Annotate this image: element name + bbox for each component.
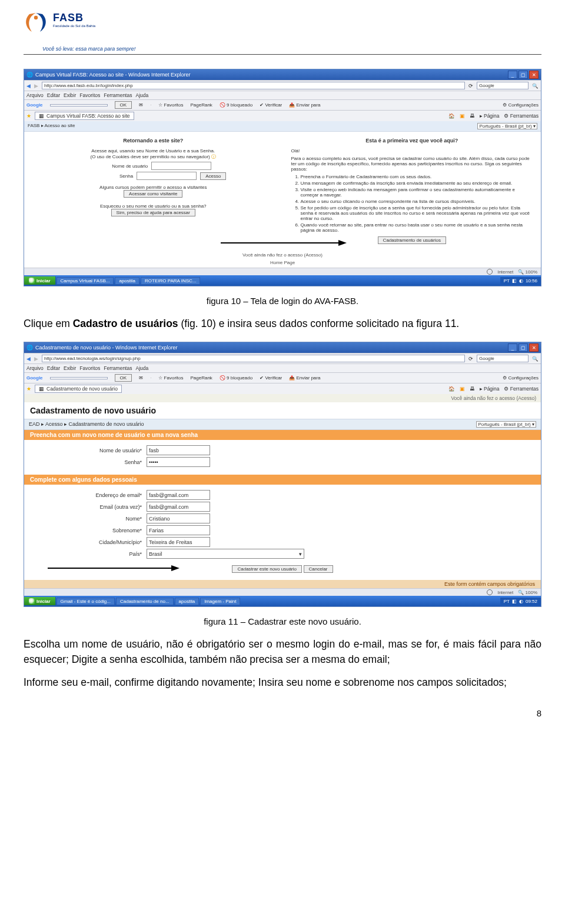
menu-exibir[interactable]: Exibir: [64, 365, 76, 371]
breadcrumb[interactable]: FASB ▸ Acesso ao site: [28, 123, 75, 129]
tools-menu[interactable]: ⚙ Ferramentas: [504, 386, 539, 392]
menu-editar[interactable]: Editar: [47, 365, 60, 371]
user-input[interactable]: fasb: [147, 445, 210, 455]
forward-icon[interactable]: ▶: [34, 83, 38, 89]
toolbar-settings[interactable]: ⚙ Configurações: [503, 102, 539, 108]
search-box[interactable]: Google: [477, 82, 529, 89]
zoom-label[interactable]: 🔍 100%: [518, 590, 537, 595]
gmail-icon[interactable]: ✉: [139, 375, 143, 381]
back-icon[interactable]: ◀: [26, 83, 31, 89]
toolbar-blocked[interactable]: 🚫 9 bloqueado: [220, 375, 252, 381]
back-icon[interactable]: ◀: [26, 356, 31, 362]
start-button[interactable]: Iniciar: [24, 276, 56, 285]
forgot-help-button[interactable]: Sim, preciso de ajuda para acessar: [111, 209, 195, 216]
password-input[interactable]: [137, 172, 197, 180]
toolbar-pagerank[interactable]: PageRank: [191, 102, 212, 108]
menu-ferramentas[interactable]: Ferramentas: [104, 365, 132, 371]
email-input[interactable]: fasb@gmail.com: [147, 490, 210, 500]
toolbar-verify[interactable]: ✔ Verificar: [260, 102, 282, 108]
taskbar-item[interactable]: apostila: [175, 598, 200, 605]
browser-tab[interactable]: ▦Campus Virtual FASB: Acesso ao site: [35, 112, 134, 120]
surname-input[interactable]: Farias: [147, 525, 210, 535]
feed-icon[interactable]: ▣: [460, 386, 465, 392]
print-icon[interactable]: 🖶: [470, 386, 475, 392]
menu-favoritos[interactable]: Favoritos: [79, 365, 100, 371]
minimize-icon[interactable]: _: [508, 343, 517, 352]
toolbar-send[interactable]: 📤 Enviar para: [289, 375, 320, 381]
system-tray[interactable]: PT ◧ ◐ 10:56: [500, 277, 541, 285]
close-icon[interactable]: ✕: [529, 343, 539, 352]
pass-input[interactable]: •••••: [147, 457, 210, 467]
menu-favoritos[interactable]: Favoritos: [79, 92, 100, 98]
guest-access-button[interactable]: Acessar como visitante: [124, 190, 182, 198]
refresh-icon[interactable]: ⟳: [468, 83, 473, 89]
google-ok-button[interactable]: OK: [115, 374, 132, 382]
google-search-input[interactable]: [50, 104, 108, 106]
google-ok-button[interactable]: OK: [115, 101, 132, 109]
taskbar-item[interactable]: Campus Virtual FASB...: [56, 277, 114, 285]
page-number: 8: [24, 708, 541, 718]
maximize-icon[interactable]: ▢: [519, 71, 528, 79]
toolbar-favoritos[interactable]: ☆ Favoritos: [158, 375, 183, 381]
forward-icon[interactable]: ▶: [34, 356, 38, 362]
home-link[interactable]: Home Page: [270, 260, 295, 265]
page-menu[interactable]: ▸ Página: [480, 113, 500, 119]
search-box[interactable]: Google: [477, 355, 529, 362]
taskbar-item[interactable]: Gmail - Este é o códig...: [56, 598, 115, 605]
zoom-label[interactable]: 🔍 100%: [518, 269, 537, 275]
toolbar-verify[interactable]: ✔ Verificar: [260, 375, 282, 381]
menu-ajuda[interactable]: Ajuda: [135, 92, 148, 98]
menu-editar[interactable]: Editar: [47, 92, 60, 98]
cancel-button[interactable]: Cancelar: [304, 565, 333, 573]
breadcrumb[interactable]: EAD ▸ Acesso ▸ Cadastramento de novo usu…: [29, 421, 144, 428]
refresh-icon[interactable]: ⟳: [468, 356, 473, 362]
address-bar[interactable]: http://www.ead.tecnologia.ws/login/signu…: [42, 355, 465, 362]
system-tray[interactable]: PT ◧ ◐ 09:52: [500, 598, 541, 605]
menu-arquivo[interactable]: Arquivo: [26, 92, 44, 98]
close-icon[interactable]: ✕: [529, 71, 539, 79]
access-button[interactable]: Acesso: [200, 172, 226, 180]
favorites-star-icon[interactable]: ★: [26, 113, 31, 119]
gmail-icon[interactable]: ✉: [139, 102, 143, 108]
start-button[interactable]: Iniciar: [24, 597, 56, 605]
toolbar-favoritos[interactable]: ☆ Favoritos: [158, 102, 183, 108]
menu-exibir[interactable]: Exibir: [64, 92, 76, 98]
print-icon[interactable]: 🖶: [470, 113, 475, 119]
minimize-icon[interactable]: _: [508, 71, 517, 79]
taskbar-item[interactable]: apostila: [115, 277, 139, 285]
home-icon[interactable]: 🏠: [448, 386, 455, 392]
search-go-icon[interactable]: 🔍: [532, 356, 539, 362]
menu-arquivo[interactable]: Arquivo: [26, 365, 44, 371]
language-select[interactable]: Português - Brasil (pt_br) ▾: [477, 123, 537, 129]
name-input[interactable]: Cristiano: [147, 513, 210, 523]
google-search-input[interactable]: [50, 377, 108, 379]
login-intro2: (O uso de Cookies deve ser permitido no …: [32, 154, 274, 160]
maximize-icon[interactable]: ▢: [519, 343, 528, 352]
menu-ferramentas[interactable]: Ferramentas: [104, 92, 132, 98]
feed-icon[interactable]: ▣: [460, 113, 465, 119]
taskbar-item[interactable]: ROTEIRO PARA INSC...: [141, 277, 200, 285]
menu-ajuda[interactable]: Ajuda: [135, 365, 148, 371]
city-input[interactable]: Teixeira de Freitas: [147, 537, 210, 547]
browser-tab[interactable]: ▦Cadastramento de novo usuário: [35, 385, 122, 393]
step-item: Quando você retornar ao site, para entra…: [301, 222, 533, 233]
tools-menu[interactable]: ⚙ Ferramentas: [504, 113, 539, 119]
email2-input[interactable]: fasb@gmail.com: [147, 502, 210, 512]
country-select[interactable]: Brasil▾: [147, 549, 304, 559]
help-icon[interactable]: ⓘ: [211, 154, 216, 159]
taskbar-item[interactable]: Cadastramento de no...: [116, 598, 174, 605]
toolbar-settings[interactable]: ⚙ Configurações: [503, 375, 539, 381]
submit-button[interactable]: Cadastrar este novo usuário: [232, 565, 302, 573]
toolbar-blocked[interactable]: 🚫 9 bloqueado: [220, 102, 252, 108]
favorites-star-icon[interactable]: ★: [26, 386, 31, 392]
search-go-icon[interactable]: 🔍: [532, 83, 539, 89]
address-bar[interactable]: http://www.ead.fasb.edu.br/login/index.p…: [42, 82, 465, 89]
register-button[interactable]: Cadastramento de usuários: [378, 236, 446, 244]
username-input[interactable]: [151, 162, 211, 170]
home-icon[interactable]: 🏠: [448, 113, 455, 119]
language-select[interactable]: Português - Brasil (pt_br) ▾: [476, 421, 536, 428]
taskbar-item[interactable]: Imagem - Paint: [200, 598, 240, 605]
toolbar-send[interactable]: 📤 Enviar para: [289, 102, 320, 108]
page-menu[interactable]: ▸ Página: [480, 386, 500, 392]
toolbar-pagerank[interactable]: PageRank: [191, 375, 212, 381]
